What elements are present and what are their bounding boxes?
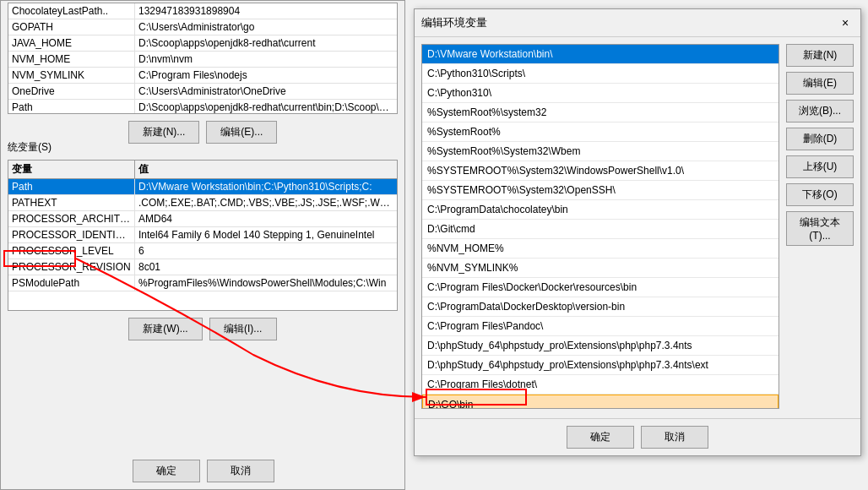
dialog-titlebar: 编辑环境变量 × bbox=[415, 9, 860, 37]
dialog-body: D:\VMware Workstation\bin\C:\Python310\S… bbox=[415, 37, 860, 416]
lower-row-name: Path bbox=[8, 179, 135, 194]
path-item[interactable]: C:\Program Files\Docker\Docker\resources… bbox=[422, 278, 778, 297]
dialog-confirm-button[interactable]: 确定 bbox=[567, 426, 634, 449]
dialog-edit-text-button[interactable]: 编辑文本(T)... bbox=[786, 211, 854, 246]
header-value: 值 bbox=[135, 161, 397, 178]
path-item[interactable]: %NVM_HOME% bbox=[422, 239, 778, 259]
upper-row-value: D:\Scoop\apps\openjdk8-redhat\current\bi… bbox=[135, 100, 397, 113]
dialog-title: 编辑环境变量 bbox=[421, 15, 487, 30]
dialog-up-button[interactable]: 上移(U) bbox=[786, 155, 854, 178]
upper-row-value: C:\Users\Administrator\go bbox=[135, 19, 397, 35]
new-upper-button[interactable]: 新建(N)... bbox=[128, 121, 200, 144]
upper-table-row[interactable]: OneDrive C:\Users\Administrator\OneDrive bbox=[8, 84, 397, 100]
lower-row-name: PROCESSOR_ARCHITEC... bbox=[8, 211, 135, 226]
sys-vars-label: 统变量(S) bbox=[1, 137, 404, 158]
edit-lower-button[interactable]: 编辑(I)... bbox=[209, 318, 277, 340]
lower-row-value: D:\VMware Workstation\bin;C:\Python310\S… bbox=[135, 179, 397, 194]
left-panel: ChocolateyLastPath.. 132947183931898904G… bbox=[0, 0, 405, 490]
upper-row-value: D:\Scoop\apps\openjdk8-redhat\current bbox=[135, 35, 397, 51]
new-lower-button[interactable]: 新建(W)... bbox=[128, 318, 202, 340]
lower-table-header: 变量 值 bbox=[8, 161, 397, 179]
path-item[interactable]: C:\ProgramData\DockerDesktop\version-bin bbox=[422, 297, 778, 317]
lower-vars-table: 变量 值 Path D:\VMware Workstation\bin;C:\P… bbox=[8, 160, 398, 311]
dialog-browse-button[interactable]: 浏览(B)... bbox=[786, 100, 854, 122]
path-item[interactable]: D:\VMware Workstation\bin\ bbox=[422, 45, 778, 64]
path-item[interactable]: D:\Git\cmd bbox=[422, 220, 778, 239]
dialog-close-button[interactable]: × bbox=[837, 14, 854, 31]
upper-vars-section: ChocolateyLastPath.. 132947183931898904G… bbox=[1, 3, 404, 133]
upper-row-value: 132947183931898904 bbox=[135, 3, 397, 19]
lower-button-row: 新建(W)... 编辑(I)... bbox=[1, 313, 404, 346]
lower-table-row[interactable]: PROCESSOR_ARCHITEC... AMD64 bbox=[8, 211, 397, 227]
lower-row-value: 6 bbox=[135, 243, 397, 259]
lower-table-row[interactable]: Path D:\VMware Workstation\bin;C:\Python… bbox=[8, 179, 397, 195]
lower-row-name: PROCESSOR_IDENTIFIER bbox=[8, 227, 135, 242]
dialog-down-button[interactable]: 下移(O) bbox=[786, 183, 854, 206]
upper-table-row[interactable]: ChocolateyLastPath.. 132947183931898904 bbox=[8, 3, 397, 19]
path-item[interactable]: D:\GO\bin bbox=[422, 395, 778, 409]
upper-row-name: NVM_SYMLINK bbox=[8, 68, 135, 83]
upper-row-value: C:\Users\Administrator\OneDrive bbox=[135, 84, 397, 99]
cancel-left-button[interactable]: 取消 bbox=[207, 460, 274, 482]
dialog-edit-button[interactable]: 编辑(E) bbox=[786, 72, 854, 95]
lower-table-row[interactable]: PROCESSOR_REVISION 8c01 bbox=[8, 259, 397, 275]
path-list[interactable]: D:\VMware Workstation\bin\C:\Python310\S… bbox=[421, 44, 779, 409]
dialog-delete-button[interactable]: 删除(D) bbox=[786, 128, 854, 150]
lower-table-row[interactable]: PROCESSOR_LEVEL 6 bbox=[8, 243, 397, 259]
path-item[interactable]: %NVM_SYMLINK% bbox=[422, 259, 778, 278]
lower-row-value: %ProgramFiles%\WindowsPowerShell\Modules… bbox=[135, 275, 397, 291]
dialog-cancel-button[interactable]: 取消 bbox=[641, 426, 708, 449]
upper-table-body: ChocolateyLastPath.. 132947183931898904G… bbox=[8, 3, 397, 113]
dialog-new-button[interactable]: 新建(N) bbox=[786, 44, 854, 67]
path-item[interactable]: %SYSTEMROOT%\System32\OpenSSH\ bbox=[422, 181, 778, 200]
upper-table-row[interactable]: NVM_HOME D:\nvm\nvm bbox=[8, 52, 397, 68]
upper-table-row[interactable]: JAVA_HOME D:\Scoop\apps\openjdk8-redhat\… bbox=[8, 35, 397, 52]
left-panel-footer: 确定 取消 bbox=[1, 453, 406, 489]
lower-row-name: PSModulePath bbox=[8, 275, 135, 291]
lower-row-name: PROCESSOR_LEVEL bbox=[8, 243, 135, 259]
upper-row-name: Path bbox=[8, 100, 135, 113]
lower-row-value: .COM;.EXE;.BAT;.CMD;.VBS;.VBE;.JS;.JSE;.… bbox=[135, 195, 397, 210]
upper-table-row[interactable]: Path D:\Scoop\apps\openjdk8-redhat\curre… bbox=[8, 100, 397, 113]
upper-vars-table: ChocolateyLastPath.. 132947183931898904G… bbox=[8, 3, 398, 114]
lower-vars-section: 变量 值 Path D:\VMware Workstation\bin;C:\P… bbox=[1, 160, 404, 324]
path-item[interactable]: C:\Program Files\dotnet\ bbox=[422, 375, 778, 395]
path-item[interactable]: C:\ProgramData\chocolatey\bin bbox=[422, 200, 778, 220]
upper-row-name: ChocolateyLastPath.. bbox=[8, 3, 135, 19]
path-item[interactable]: %SYSTEMROOT%\System32\WindowsPowerShell\… bbox=[422, 161, 778, 181]
dialog-action-buttons: 新建(N)编辑(E)浏览(B)...删除(D)上移(U)下移(O)编辑文本(T)… bbox=[786, 44, 854, 409]
path-item[interactable]: %SystemRoot% bbox=[422, 122, 778, 142]
path-item[interactable]: %SystemRoot%\system32 bbox=[422, 103, 778, 122]
path-item[interactable]: C:\Program Files\Pandoc\ bbox=[422, 317, 778, 336]
header-variable: 变量 bbox=[8, 161, 135, 178]
path-item[interactable]: D:\phpStudy_64\phpstudy_pro\Extensions\p… bbox=[422, 356, 778, 375]
upper-row-name: OneDrive bbox=[8, 84, 135, 99]
path-item[interactable]: D:\phpStudy_64\phpstudy_pro\Extensions\p… bbox=[422, 336, 778, 356]
lower-row-value: AMD64 bbox=[135, 211, 397, 226]
edit-env-dialog: 编辑环境变量 × D:\VMware Workstation\bin\C:\Py… bbox=[414, 8, 861, 456]
upper-row-name: NVM_HOME bbox=[8, 52, 135, 67]
upper-row-name: GOPATH bbox=[8, 19, 135, 35]
upper-row-name: JAVA_HOME bbox=[8, 35, 135, 51]
lower-table-row[interactable]: PATHEXT .COM;.EXE;.BAT;.CMD;.VBS;.VBE;.J… bbox=[8, 195, 397, 211]
lower-row-value: Intel64 Family 6 Model 140 Stepping 1, G… bbox=[135, 227, 397, 242]
lower-row-value: 8c01 bbox=[135, 259, 397, 275]
upper-row-value: D:\nvm\nvm bbox=[135, 52, 397, 67]
dialog-footer: 确定 取消 bbox=[415, 418, 860, 455]
path-item[interactable]: %SystemRoot%\System32\Wbem bbox=[422, 142, 778, 161]
lower-table-row[interactable]: PROCESSOR_IDENTIFIER Intel64 Family 6 Mo… bbox=[8, 227, 397, 243]
upper-table-row[interactable]: NVM_SYMLINK C:\Program Files\nodejs bbox=[8, 68, 397, 84]
confirm-left-button[interactable]: 确定 bbox=[133, 460, 200, 482]
upper-table-row[interactable]: GOPATH C:\Users\Administrator\go bbox=[8, 19, 397, 35]
upper-row-value: C:\Program Files\nodejs bbox=[135, 68, 397, 83]
lower-row-name: PROCESSOR_REVISION bbox=[8, 259, 135, 275]
lower-row-name: PATHEXT bbox=[8, 195, 135, 210]
lower-table-row[interactable]: PSModulePath %ProgramFiles%\WindowsPower… bbox=[8, 275, 397, 291]
edit-upper-button[interactable]: 编辑(E)... bbox=[206, 121, 277, 144]
path-item[interactable]: C:\Python310\Scripts\ bbox=[422, 64, 778, 84]
lower-table-body: Path D:\VMware Workstation\bin;C:\Python… bbox=[8, 179, 397, 310]
path-item[interactable]: C:\Python310\ bbox=[422, 84, 778, 103]
